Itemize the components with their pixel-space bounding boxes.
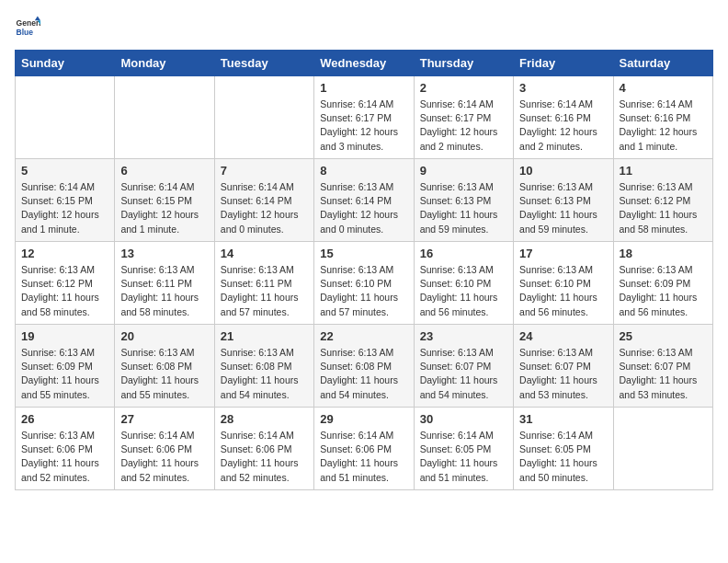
day-detail: Sunrise: 6:14 AM Sunset: 6:16 PM Dayligh…: [519, 98, 607, 154]
day-number: 21: [221, 329, 308, 343]
calendar-week-row: 12Sunrise: 6:13 AM Sunset: 6:12 PM Dayli…: [16, 242, 713, 325]
day-number: 3: [519, 81, 607, 95]
calendar-cell: 8Sunrise: 6:13 AM Sunset: 6:14 PM Daylig…: [314, 159, 414, 242]
day-detail: Sunrise: 6:13 AM Sunset: 6:10 PM Dayligh…: [320, 263, 407, 319]
svg-text:Blue: Blue: [17, 28, 34, 37]
day-header-saturday: Saturday: [613, 51, 712, 76]
day-number: 18: [620, 247, 707, 260]
calendar-cell: 24Sunrise: 6:13 AM Sunset: 6:07 PM Dayli…: [514, 325, 613, 408]
day-detail: Sunrise: 6:14 AM Sunset: 6:06 PM Dayligh…: [120, 429, 208, 485]
calendar-cell: 5Sunrise: 6:14 AM Sunset: 6:15 PM Daylig…: [16, 159, 115, 242]
day-header-monday: Monday: [115, 51, 214, 76]
day-detail: Sunrise: 6:13 AM Sunset: 6:13 PM Dayligh…: [420, 180, 507, 236]
calendar-cell: 15Sunrise: 6:13 AM Sunset: 6:10 PM Dayli…: [314, 242, 414, 325]
day-number: 9: [420, 164, 507, 178]
calendar-cell: 13Sunrise: 6:13 AM Sunset: 6:11 PM Dayli…: [115, 242, 214, 325]
day-detail: Sunrise: 6:14 AM Sunset: 6:17 PM Dayligh…: [420, 98, 507, 154]
day-number: 13: [120, 247, 208, 260]
day-detail: Sunrise: 6:13 AM Sunset: 6:09 PM Dayligh…: [21, 346, 108, 402]
day-number: 26: [21, 412, 108, 426]
calendar-cell: 4Sunrise: 6:14 AM Sunset: 6:16 PM Daylig…: [613, 76, 712, 159]
calendar-cell: [214, 76, 313, 159]
calendar-cell: 2Sunrise: 6:14 AM Sunset: 6:17 PM Daylig…: [414, 76, 513, 159]
day-detail: Sunrise: 6:14 AM Sunset: 6:15 PM Dayligh…: [21, 180, 108, 236]
calendar-cell: [115, 76, 214, 159]
calendar-cell: 25Sunrise: 6:13 AM Sunset: 6:07 PM Dayli…: [613, 325, 712, 408]
calendar-week-row: 19Sunrise: 6:13 AM Sunset: 6:09 PM Dayli…: [16, 325, 713, 408]
calendar-cell: [613, 408, 712, 490]
day-header-tuesday: Tuesday: [214, 51, 313, 76]
day-number: 7: [221, 164, 308, 178]
day-detail: Sunrise: 6:13 AM Sunset: 6:11 PM Dayligh…: [120, 263, 208, 319]
day-number: 10: [519, 164, 607, 178]
calendar-cell: 9Sunrise: 6:13 AM Sunset: 6:13 PM Daylig…: [414, 159, 513, 242]
day-number: 16: [420, 247, 507, 260]
day-number: 8: [320, 164, 407, 178]
day-number: 15: [320, 247, 407, 260]
day-number: 23: [420, 329, 507, 343]
day-number: 28: [221, 412, 308, 426]
day-number: 6: [120, 164, 208, 178]
day-number: 22: [320, 329, 407, 343]
calendar-week-row: 26Sunrise: 6:13 AM Sunset: 6:06 PM Dayli…: [16, 408, 713, 490]
day-detail: Sunrise: 6:13 AM Sunset: 6:13 PM Dayligh…: [519, 180, 607, 236]
day-detail: Sunrise: 6:14 AM Sunset: 6:05 PM Dayligh…: [420, 429, 507, 485]
day-number: 25: [620, 329, 707, 343]
calendar-cell: 27Sunrise: 6:14 AM Sunset: 6:06 PM Dayli…: [115, 408, 214, 490]
day-number: 20: [120, 329, 208, 343]
calendar-cell: 18Sunrise: 6:13 AM Sunset: 6:09 PM Dayli…: [613, 242, 712, 325]
day-detail: Sunrise: 6:14 AM Sunset: 6:16 PM Dayligh…: [620, 98, 707, 154]
day-number: 27: [120, 412, 208, 426]
calendar-cell: [16, 76, 115, 159]
day-detail: Sunrise: 6:13 AM Sunset: 6:10 PM Dayligh…: [519, 263, 607, 319]
calendar-cell: 31Sunrise: 6:14 AM Sunset: 6:05 PM Dayli…: [514, 408, 613, 490]
calendar-table: SundayMondayTuesdayWednesdayThursdayFrid…: [15, 50, 713, 490]
calendar-cell: 6Sunrise: 6:14 AM Sunset: 6:15 PM Daylig…: [115, 159, 214, 242]
day-detail: Sunrise: 6:13 AM Sunset: 6:09 PM Dayligh…: [620, 263, 707, 319]
day-detail: Sunrise: 6:13 AM Sunset: 6:14 PM Dayligh…: [320, 180, 407, 236]
calendar-cell: 16Sunrise: 6:13 AM Sunset: 6:10 PM Dayli…: [414, 242, 513, 325]
calendar-cell: 19Sunrise: 6:13 AM Sunset: 6:09 PM Dayli…: [16, 325, 115, 408]
day-number: 17: [519, 247, 607, 260]
day-number: 19: [21, 329, 108, 343]
day-detail: Sunrise: 6:14 AM Sunset: 6:05 PM Dayligh…: [519, 429, 607, 485]
day-number: 12: [21, 247, 108, 260]
day-detail: Sunrise: 6:14 AM Sunset: 6:06 PM Dayligh…: [320, 429, 407, 485]
calendar-cell: 21Sunrise: 6:13 AM Sunset: 6:08 PM Dayli…: [214, 325, 313, 408]
day-number: 1: [320, 81, 407, 95]
day-number: 31: [519, 412, 607, 426]
day-detail: Sunrise: 6:13 AM Sunset: 6:07 PM Dayligh…: [620, 346, 707, 402]
calendar-cell: 14Sunrise: 6:13 AM Sunset: 6:11 PM Dayli…: [214, 242, 313, 325]
day-detail: Sunrise: 6:13 AM Sunset: 6:08 PM Dayligh…: [320, 346, 407, 402]
day-detail: Sunrise: 6:13 AM Sunset: 6:11 PM Dayligh…: [221, 263, 308, 319]
day-detail: Sunrise: 6:13 AM Sunset: 6:12 PM Dayligh…: [620, 180, 707, 236]
day-detail: Sunrise: 6:14 AM Sunset: 6:15 PM Dayligh…: [120, 180, 208, 236]
calendar-cell: 30Sunrise: 6:14 AM Sunset: 6:05 PM Dayli…: [414, 408, 513, 490]
day-detail: Sunrise: 6:13 AM Sunset: 6:12 PM Dayligh…: [21, 263, 108, 319]
day-detail: Sunrise: 6:14 AM Sunset: 6:17 PM Dayligh…: [320, 98, 407, 154]
calendar-cell: 10Sunrise: 6:13 AM Sunset: 6:13 PM Dayli…: [514, 159, 613, 242]
calendar-cell: 3Sunrise: 6:14 AM Sunset: 6:16 PM Daylig…: [514, 76, 613, 159]
header: General Blue: [15, 15, 713, 40]
calendar-cell: 20Sunrise: 6:13 AM Sunset: 6:08 PM Dayli…: [115, 325, 214, 408]
calendar-cell: 7Sunrise: 6:14 AM Sunset: 6:14 PM Daylig…: [214, 159, 313, 242]
day-number: 4: [620, 81, 707, 95]
day-number: 24: [519, 329, 607, 343]
calendar-cell: 11Sunrise: 6:13 AM Sunset: 6:12 PM Dayli…: [613, 159, 712, 242]
calendar-week-row: 5Sunrise: 6:14 AM Sunset: 6:15 PM Daylig…: [16, 159, 713, 242]
day-detail: Sunrise: 6:14 AM Sunset: 6:06 PM Dayligh…: [221, 429, 308, 485]
logo: General Blue: [15, 15, 40, 40]
day-detail: Sunrise: 6:13 AM Sunset: 6:08 PM Dayligh…: [221, 346, 308, 402]
day-detail: Sunrise: 6:13 AM Sunset: 6:07 PM Dayligh…: [519, 346, 607, 402]
day-number: 2: [420, 81, 507, 95]
day-header-thursday: Thursday: [414, 51, 513, 76]
day-number: 29: [320, 412, 407, 426]
logo-icon: General Blue: [15, 15, 40, 40]
calendar-cell: 12Sunrise: 6:13 AM Sunset: 6:12 PM Dayli…: [16, 242, 115, 325]
calendar-cell: 17Sunrise: 6:13 AM Sunset: 6:10 PM Dayli…: [514, 242, 613, 325]
days-header-row: SundayMondayTuesdayWednesdayThursdayFrid…: [16, 51, 713, 76]
day-detail: Sunrise: 6:13 AM Sunset: 6:08 PM Dayligh…: [120, 346, 208, 402]
day-header-friday: Friday: [514, 51, 613, 76]
day-header-sunday: Sunday: [16, 51, 115, 76]
day-header-wednesday: Wednesday: [314, 51, 414, 76]
